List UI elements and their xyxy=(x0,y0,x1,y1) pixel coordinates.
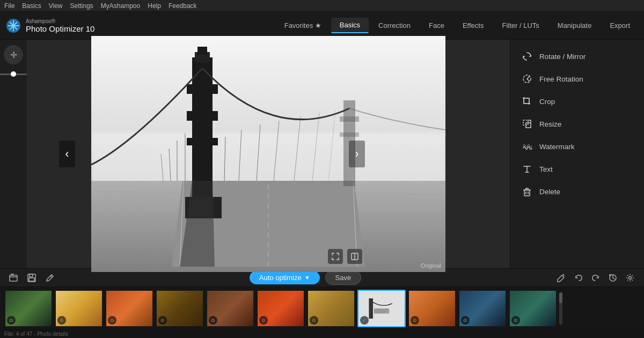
film-badge-3: ⊙ xyxy=(158,316,167,325)
filmstrip-thumb-10[interactable]: ⊙ xyxy=(509,290,557,327)
menu-bar: File Basics View Settings MyAshampoo Hel… xyxy=(0,0,644,12)
film-badge-0: ⊙ xyxy=(7,316,16,325)
film-badge-10: ⊙ xyxy=(511,316,520,325)
filmstrip-thumb-4[interactable]: ⊙ xyxy=(206,290,254,327)
svg-rect-15 xyxy=(187,138,218,145)
canvas-area: ‹ xyxy=(27,40,510,268)
status-bar: File: 4 of 47 - Photo details xyxy=(0,329,644,338)
tab-export[interactable]: Export xyxy=(601,18,639,33)
panel-label-crop: Crop xyxy=(539,98,555,106)
next-image-button[interactable]: › xyxy=(349,141,365,167)
filmstrip-scroll-thumb[interactable] xyxy=(559,292,562,303)
tab-favorites[interactable]: Favorites ★ xyxy=(276,18,330,33)
filmstrip: ⊙ ⊙ ⊙ ⊙ ⊙ ⊙ ⊙ ✓ ⊙ xyxy=(0,286,644,329)
tab-correction[interactable]: Correction xyxy=(370,18,419,33)
tab-manipulate[interactable]: Manipulate xyxy=(549,18,601,33)
filmstrip-thumb-3[interactable]: ⊙ xyxy=(156,290,204,327)
main-image-container: Original xyxy=(91,36,445,272)
svg-rect-29 xyxy=(524,190,530,196)
svg-rect-14 xyxy=(187,111,218,121)
filmstrip-thumb-0[interactable]: ⊙ xyxy=(4,290,53,327)
menu-myashampoo[interactable]: MyAshampoo xyxy=(101,2,140,10)
panel-item-crop[interactable]: Crop xyxy=(510,90,644,113)
panel-item-resize[interactable]: Resize xyxy=(510,113,644,135)
svg-point-37 xyxy=(629,276,632,279)
panel-label-watermark: Watermark xyxy=(539,143,575,151)
auto-optimize-dropdown-arrow[interactable]: ▼ xyxy=(305,275,310,281)
panel-item-delete[interactable]: Delete xyxy=(510,180,644,203)
menu-view[interactable]: View xyxy=(49,2,63,10)
resize-icon xyxy=(521,118,533,130)
app-logo-icon xyxy=(5,18,21,34)
menu-help[interactable]: Help xyxy=(148,2,161,10)
text-icon xyxy=(521,163,533,175)
panel-label-free-rotation: Free Rotation xyxy=(539,75,583,83)
main-content: − + ‹ xyxy=(0,40,644,268)
open-file-button[interactable] xyxy=(6,271,20,285)
logo-text-area: Ashampoo® Photo Optimizer 10 xyxy=(26,18,94,33)
menu-file[interactable]: File xyxy=(4,2,14,10)
save-file-button[interactable] xyxy=(25,271,39,285)
fullscreen-button[interactable] xyxy=(328,249,343,264)
panel-item-text[interactable]: Text xyxy=(510,158,644,180)
filmstrip-thumb-6[interactable]: ⊙ xyxy=(307,290,355,327)
film-badge-6: ⊙ xyxy=(310,316,318,325)
tab-effects[interactable]: Effects xyxy=(454,18,493,33)
film-badge-8: ⊙ xyxy=(411,316,419,325)
bridge-image xyxy=(91,36,445,272)
tab-filter-luts[interactable]: Filter / LUTs xyxy=(493,18,547,33)
filmstrip-thumb-8[interactable]: ⊙ xyxy=(408,290,456,327)
view-mode-button[interactable] xyxy=(347,249,362,264)
panel-label-rotate-mirror: Rotate / Mirror xyxy=(539,53,586,61)
film-badge-2: ⊙ xyxy=(108,316,116,325)
svg-rect-26 xyxy=(524,98,529,104)
logo-title: Photo Optimizer 10 xyxy=(26,24,94,33)
menu-basics[interactable]: Basics xyxy=(22,2,41,10)
canvas-view-controls xyxy=(328,249,362,264)
center-controls: Auto optimize ▼ Save xyxy=(61,270,550,285)
rotate-mirror-icon xyxy=(521,50,533,62)
auto-optimize-button[interactable]: Auto optimize ▼ xyxy=(250,271,320,284)
logo-brand: Ashampoo® xyxy=(26,18,94,24)
filmstrip-thumb-1[interactable]: ⊙ xyxy=(55,290,103,327)
film-badge-7: ✓ xyxy=(360,316,369,325)
prev-image-button[interactable]: ‹ xyxy=(59,141,75,167)
crop-icon xyxy=(521,95,533,107)
filmstrip-thumb-5[interactable]: ⊙ xyxy=(257,290,305,327)
status-text: File: 4 of 47 - Photo details xyxy=(4,331,68,337)
tab-face[interactable]: Face xyxy=(420,18,453,33)
panel-item-watermark[interactable]: Watermark xyxy=(510,135,644,158)
save-button[interactable]: Save xyxy=(325,270,362,285)
magic-wand-button[interactable] xyxy=(554,270,569,285)
original-label: Original xyxy=(421,262,441,269)
menu-settings[interactable]: Settings xyxy=(70,2,93,10)
filmstrip-thumb-9[interactable]: ⊙ xyxy=(458,290,507,327)
eyedropper-button[interactable] xyxy=(43,271,57,285)
tab-basics[interactable]: Basics xyxy=(331,18,369,33)
filmstrip-thumb-2[interactable]: ⊙ xyxy=(105,290,153,327)
filmstrip-thumb-7[interactable]: ✓ xyxy=(357,290,406,327)
panel-item-free-rotation[interactable]: Free Rotation xyxy=(510,68,644,90)
svg-rect-20 xyxy=(340,116,359,122)
right-toolbar-tools xyxy=(554,270,638,285)
undo-button[interactable] xyxy=(571,270,586,285)
svg-rect-32 xyxy=(10,275,17,281)
zoom-thumb[interactable] xyxy=(11,71,16,77)
redo-button[interactable] xyxy=(588,270,603,285)
film-badge-1: ⊙ xyxy=(57,316,66,325)
pan-control[interactable] xyxy=(4,45,23,64)
panel-label-delete: Delete xyxy=(539,188,560,196)
filmstrip-scrollbar[interactable] xyxy=(559,292,562,325)
svg-rect-13 xyxy=(187,84,218,94)
zoom-track[interactable] xyxy=(0,74,27,75)
film-badge-4: ⊙ xyxy=(209,316,217,325)
free-rotation-icon xyxy=(521,73,533,85)
settings-button[interactable] xyxy=(623,270,638,285)
svg-rect-18 xyxy=(197,47,207,55)
film-badge-5: ⊙ xyxy=(259,316,268,325)
menu-feedback[interactable]: Feedback xyxy=(169,2,197,10)
history-button[interactable] xyxy=(605,270,620,285)
panel-item-rotate-mirror[interactable]: Rotate / Mirror xyxy=(510,45,644,68)
svg-rect-35 xyxy=(29,278,34,281)
svg-point-1 xyxy=(12,24,15,27)
